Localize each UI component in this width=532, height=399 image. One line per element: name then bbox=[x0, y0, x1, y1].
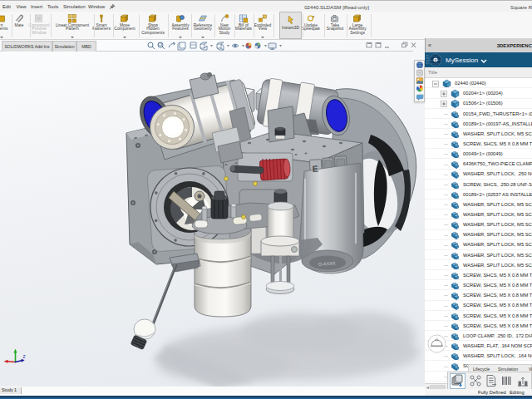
svg-text:E: E bbox=[312, 164, 318, 174]
svg-text:Z: Z bbox=[23, 354, 26, 359]
